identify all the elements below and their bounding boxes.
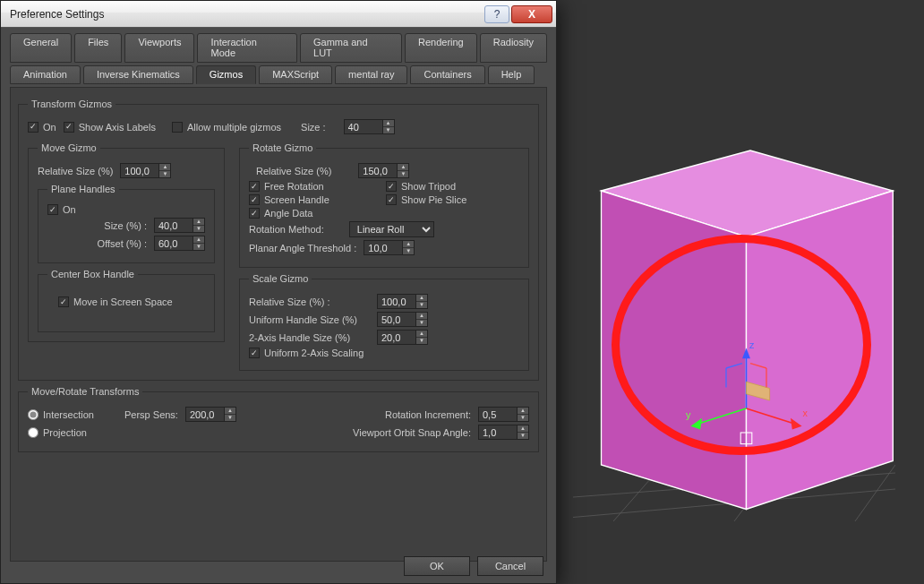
tab-rendering[interactable]: Rendering	[405, 33, 477, 63]
rotation-increment-label: Rotation Increment:	[385, 409, 471, 420]
uniform-handle-size-label: Uniform Handle Size (%)	[249, 314, 370, 325]
transform-gizmos-group: Transform Gizmos ✓ On ✓ Show Axis Labels…	[18, 99, 539, 381]
checkbox-icon: ✓	[249, 181, 260, 192]
scale-relative-size-spinner[interactable]: ▲▼	[377, 294, 428, 309]
two-axis-handle-size-spinner[interactable]: ▲▼	[377, 330, 428, 345]
plane-size-spinner[interactable]: ▲▼	[154, 218, 205, 233]
tab-general[interactable]: General	[10, 33, 72, 63]
ok-button[interactable]: OK	[404, 556, 470, 576]
move-relative-size-label: Relative Size (%)	[38, 166, 113, 176]
tab-strip: GeneralFilesViewportsInteraction ModeGam…	[1, 28, 556, 84]
size-label: Size :	[301, 122, 326, 133]
move-gizmo-group: Move Gizmo Relative Size (%) ▲▼ Plane Ha…	[28, 142, 225, 342]
size-spinner[interactable]: ▲▼	[344, 119, 395, 134]
rotation-method-select[interactable]: Linear Roll	[349, 221, 434, 237]
close-button[interactable]: X	[511, 5, 552, 23]
plane-handles-legend: Plane Handles	[47, 184, 119, 194]
show-axis-labels-checkbox[interactable]: ✓ Show Axis Labels	[64, 122, 156, 133]
rotate-relative-size-label: Relative Size (%)	[256, 166, 331, 176]
cube-object[interactable]: z x y	[573, 67, 895, 524]
screen-handle-checkbox[interactable]: ✓ Screen Handle	[249, 194, 329, 205]
svg-text:z: z	[749, 339, 754, 350]
uniform-handle-size-spinner[interactable]: ▲▼	[377, 312, 428, 327]
planar-angle-spinner[interactable]: ▲▼	[364, 240, 415, 255]
tab-mental-ray[interactable]: mental ray	[335, 65, 407, 84]
scale-relative-size-label: Relative Size (%) :	[249, 296, 370, 307]
checkbox-icon: ✓	[249, 348, 260, 358]
tab-gamma-and-lut[interactable]: Gamma and LUT	[300, 33, 402, 63]
orbit-snap-label: Viewport Orbit Snap Angle:	[353, 427, 471, 438]
checkbox-icon: ✓	[249, 208, 260, 219]
plane-handles-on-checkbox[interactable]: ✓ On	[47, 204, 76, 215]
rotation-increment-spinner[interactable]: ▲▼	[478, 407, 529, 422]
angle-data-checkbox[interactable]: ✓ Angle Data	[249, 208, 312, 219]
preference-settings-dialog: Preference Settings ? X GeneralFilesView…	[0, 0, 557, 584]
cancel-button[interactable]: Cancel	[477, 556, 543, 576]
transform-gizmos-legend: Transform Gizmos	[28, 99, 116, 109]
tab-viewports[interactable]: Viewports	[124, 33, 194, 63]
dialog-titlebar[interactable]: Preference Settings ? X	[1, 1, 556, 28]
plane-size-label: Size (%) :	[75, 220, 147, 231]
persp-sens-label: Persp Sens:	[124, 409, 178, 420]
rotate-gizmo-legend: Rotate Gizmo	[249, 142, 316, 153]
tab-help[interactable]: Help	[488, 65, 535, 84]
projection-radio[interactable]: Projection	[28, 427, 117, 438]
show-pie-slice-checkbox[interactable]: ✓ Show Pie Slice	[386, 194, 466, 205]
tab-gizmos[interactable]: Gizmos	[196, 65, 256, 84]
checkbox-icon: ✓	[386, 194, 397, 205]
svg-text:x: x	[803, 408, 808, 418]
persp-sens-spinner[interactable]: ▲▼	[185, 407, 236, 422]
help-button[interactable]: ?	[484, 5, 509, 23]
on-checkbox[interactable]: ✓ On	[28, 122, 56, 133]
intersection-radio[interactable]: Intersection	[28, 409, 117, 420]
tab-interaction-mode[interactable]: Interaction Mode	[197, 33, 297, 63]
allow-multiple-gizmos-checkbox[interactable]: Allow multiple gizmos	[172, 122, 281, 133]
move-gizmo-legend: Move Gizmo	[38, 142, 100, 153]
tab-inverse-kinematics[interactable]: Inverse Kinematics	[83, 65, 193, 84]
tab-radiosity[interactable]: Radiosity	[480, 33, 547, 63]
free-rotation-checkbox[interactable]: ✓ Free Rotation	[249, 181, 324, 192]
move-rotate-transforms-group: Move/Rotate Transforms Intersection Pers…	[18, 386, 539, 452]
tab-maxscript[interactable]: MAXScript	[259, 65, 332, 84]
planar-angle-label: Planar Angle Threshold :	[249, 243, 356, 253]
tab-containers[interactable]: Containers	[410, 65, 484, 84]
rotation-method-label: Rotation Method:	[249, 224, 324, 235]
rotate-gizmo-group: Rotate Gizmo Relative Size (%) ▲▼ ✓ F	[239, 142, 529, 268]
svg-marker-7	[602, 191, 747, 510]
orbit-snap-spinner[interactable]: ▲▼	[478, 425, 529, 440]
svg-marker-8	[747, 191, 894, 510]
svg-line-4	[855, 465, 895, 521]
checkbox-icon: ✓	[58, 296, 69, 307]
move-rotate-legend: Move/Rotate Transforms	[28, 386, 142, 397]
checkbox-icon: ✓	[28, 122, 38, 133]
show-tripod-checkbox[interactable]: ✓ Show Tripod	[386, 181, 456, 192]
gizmos-panel: Transform Gizmos ✓ On ✓ Show Axis Labels…	[10, 87, 547, 562]
checkbox-icon	[172, 122, 183, 133]
svg-text:y: y	[686, 409, 691, 420]
two-axis-handle-size-label: 2-Axis Handle Size (%)	[249, 332, 370, 343]
checkbox-icon: ✓	[64, 122, 74, 133]
tab-animation[interactable]: Animation	[10, 65, 81, 84]
center-box-legend: Center Box Handle	[47, 269, 138, 279]
rotate-relative-size-spinner[interactable]: ▲▼	[358, 163, 409, 178]
scale-gizmo-legend: Scale Gizmo	[249, 273, 312, 284]
checkbox-icon: ✓	[47, 204, 58, 215]
checkbox-icon: ✓	[249, 194, 260, 205]
plane-offset-spinner[interactable]: ▲▼	[154, 236, 205, 251]
plane-offset-label: Offset (%) :	[75, 238, 147, 249]
tab-files[interactable]: Files	[74, 33, 122, 63]
uniform-2axis-scaling-checkbox[interactable]: ✓ Uniform 2-Axis Scaling	[249, 348, 364, 358]
checkbox-icon: ✓	[386, 181, 397, 192]
plane-handles-group: Plane Handles ✓ On Size (%) :	[38, 184, 215, 263]
move-relative-size-spinner[interactable]: ▲▼	[120, 163, 171, 178]
scale-gizmo-group: Scale Gizmo Relative Size (%) : ▲▼ Unifo…	[239, 273, 529, 371]
move-in-screen-space-checkbox[interactable]: ✓ Move in Screen Space	[58, 296, 173, 307]
dialog-title: Preference Settings	[10, 8, 104, 21]
center-box-handle-group: Center Box Handle ✓ Move in Screen Space	[38, 269, 215, 332]
